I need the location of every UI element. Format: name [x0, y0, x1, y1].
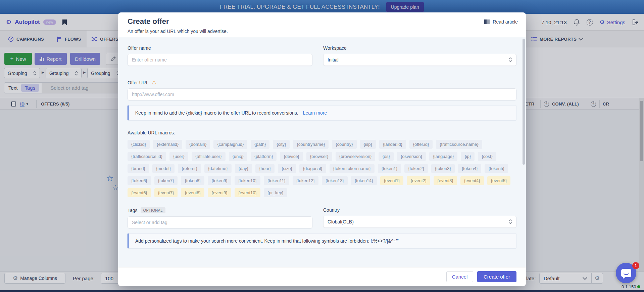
macro-chip[interactable]: {clickid}	[128, 140, 150, 149]
macro-chip[interactable]: {city}	[273, 140, 290, 149]
country-label: Country	[323, 207, 516, 213]
macro-chip[interactable]: {event8}	[181, 188, 204, 197]
warning-icon: ⚠	[152, 80, 156, 85]
macro-chip[interactable]: {externalid}	[153, 140, 182, 149]
macro-chip[interactable]: {event4}	[460, 176, 484, 185]
macro-chip[interactable]: {event2}	[407, 176, 430, 185]
macro-chip[interactable]: {model}	[152, 164, 175, 173]
macro-chip[interactable]: {size}	[278, 164, 296, 173]
macro-chip[interactable]: {referer}	[178, 164, 201, 173]
offer-url-input[interactable]	[128, 88, 516, 100]
macro-chip[interactable]: {offer.id}	[409, 140, 433, 149]
tags-label-row: Tags OPTIONAL	[128, 207, 312, 213]
modal-subtitle: An offer is your ad URL which you will a…	[128, 29, 228, 34]
modal-footer: Cancel Create offer	[118, 267, 526, 286]
modal-header: Create offer An offer is your ad URL whi…	[118, 12, 526, 37]
macro-chip[interactable]: {token14}	[351, 176, 377, 185]
macro-chip[interactable]: {diagonal}	[299, 164, 326, 173]
macro-chip[interactable]: {cost}	[478, 152, 496, 161]
app-window: FREE TRIAL. UPGRADE & GET FULL ACCESS IN…	[0, 0, 644, 292]
read-article-label: Read article	[493, 19, 518, 25]
macro-chip[interactable]: {hour}	[255, 164, 275, 173]
workspace-select-value: Initial	[328, 57, 339, 62]
macro-chip[interactable]: {token:token name}	[330, 164, 375, 173]
clickid-note-text: Keep in mind to add the {clickid} macro …	[135, 110, 298, 116]
read-article-link[interactable]: Read article	[484, 19, 518, 25]
macro-chip[interactable]: {token13}	[322, 176, 348, 185]
macro-chip[interactable]: {path}	[251, 140, 269, 149]
create-offer-modal: Create offer An offer is your ad URL whi…	[118, 12, 526, 286]
macro-chip[interactable]: {token1}	[378, 164, 401, 173]
learn-more-link[interactable]: Learn more	[303, 110, 327, 116]
offer-name-label: Offer name	[128, 45, 312, 51]
macro-chip[interactable]: {pr_key}	[264, 188, 287, 197]
offer-url-label: Offer URL	[128, 80, 149, 85]
macro-chip[interactable]: {event10}	[235, 188, 260, 197]
country-select-value: Global(GLB)	[328, 219, 354, 224]
macro-chip[interactable]: {country}	[332, 140, 356, 149]
macro-chip[interactable]: {domain}	[186, 140, 210, 149]
macro-chip[interactable]: {token10}	[235, 176, 260, 185]
macro-chip[interactable]: {token4}	[458, 164, 482, 173]
macro-chip[interactable]: {osversion}	[397, 152, 426, 161]
updown-icon	[509, 57, 512, 62]
book-icon	[484, 19, 490, 25]
macro-chip[interactable]: {brand}	[128, 164, 149, 173]
macro-chip[interactable]: {token2}	[404, 164, 428, 173]
macro-chip[interactable]: {event3}	[434, 176, 457, 185]
macro-chip[interactable]: {event9}	[208, 188, 231, 197]
macro-chip[interactable]: {os}	[379, 152, 393, 161]
create-offer-button[interactable]: Create offer	[477, 271, 516, 282]
workspace-label: Workspace	[323, 45, 516, 51]
macro-chip[interactable]: {token11}	[264, 176, 289, 185]
tags-note-text: Add personalized tags to make your searc…	[135, 238, 399, 244]
macro-chip[interactable]: {user}	[169, 152, 188, 161]
macros-label: Available URL macros:	[128, 130, 516, 135]
chat-unread-badge: 1	[632, 262, 639, 269]
macro-chip[interactable]: {countryname}	[293, 140, 329, 149]
modal-body: Offer name Workspace Initial Offer URL ⚠	[118, 37, 526, 280]
chat-bubble-icon	[621, 269, 631, 277]
macro-chip[interactable]: {trafficsource.id}	[128, 152, 166, 161]
macro-chip[interactable]: {platform}	[251, 152, 277, 161]
macro-chip[interactable]: {datetime}	[204, 164, 232, 173]
macro-chip[interactable]: {token7}	[154, 176, 178, 185]
macro-chips: {clickid}{externalid}{domain}{campaign.i…	[128, 140, 516, 197]
macro-chip[interactable]: {token5}	[485, 164, 508, 173]
macro-chip[interactable]: {lander.id}	[379, 140, 406, 149]
country-select[interactable]: Global(GLB)	[323, 216, 516, 228]
macro-chip[interactable]: {trafficsource.name}	[436, 140, 482, 149]
macro-chip[interactable]: {browser}	[306, 152, 332, 161]
tags-label: Tags	[128, 208, 138, 213]
macro-chip[interactable]: {token3}	[431, 164, 455, 173]
macro-chip[interactable]: {event6}	[128, 188, 151, 197]
macro-chip[interactable]: {uniq}	[229, 152, 247, 161]
workspace-select[interactable]: Initial	[323, 54, 516, 66]
macro-chip[interactable]: {campaign.id}	[213, 140, 247, 149]
clickid-note: Keep in mind to add the {clickid} macro …	[128, 105, 516, 121]
tags-input[interactable]	[128, 216, 312, 228]
offer-name-input[interactable]	[128, 54, 312, 66]
macro-chip[interactable]: {isp}	[360, 140, 376, 149]
macro-chip[interactable]: {event5}	[487, 176, 511, 185]
modal-title: Create offer	[128, 17, 169, 26]
updown-icon	[509, 219, 512, 224]
modal-scrollbar-thumb[interactable]	[523, 39, 525, 165]
macro-chip[interactable]: {day}	[235, 164, 252, 173]
macro-chip[interactable]: {token6}	[128, 176, 151, 185]
macro-chip[interactable]: {browserversion}	[336, 152, 376, 161]
macro-chip[interactable]: {device}	[280, 152, 303, 161]
macro-chip[interactable]: {token9}	[208, 176, 231, 185]
macro-chip[interactable]: {language}	[429, 152, 457, 161]
macro-chip[interactable]: {ip}	[461, 152, 475, 161]
cancel-button[interactable]: Cancel	[446, 271, 473, 282]
tags-note: Add personalized tags to make your searc…	[128, 233, 516, 249]
macro-chip[interactable]: {event1}	[380, 176, 404, 185]
optional-badge: OPTIONAL	[141, 207, 165, 213]
macro-chip[interactable]: {token8}	[181, 176, 204, 185]
macro-chip[interactable]: {affiliate.user}	[192, 152, 226, 161]
offer-url-label-row: Offer URL ⚠	[128, 80, 516, 85]
macro-chip[interactable]: {token12}	[293, 176, 318, 185]
macro-chip[interactable]: {event7}	[154, 188, 178, 197]
